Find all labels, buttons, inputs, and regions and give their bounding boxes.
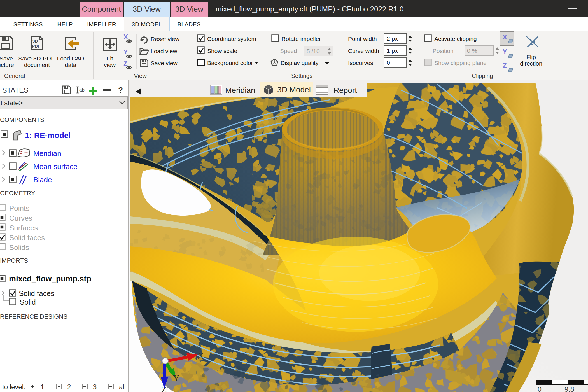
svg-text:Z: Z: [161, 384, 167, 392]
svg-text:3D: 3D: [32, 39, 38, 43]
svg-text:0: 0: [538, 385, 542, 392]
svg-text:ab: ab: [79, 87, 85, 93]
svg-text:X: X: [198, 351, 204, 361]
svg-text:PDF: PDF: [32, 44, 40, 48]
svg-text:9.8: 9.8: [564, 385, 574, 392]
svg-text:Y: Y: [173, 373, 179, 383]
